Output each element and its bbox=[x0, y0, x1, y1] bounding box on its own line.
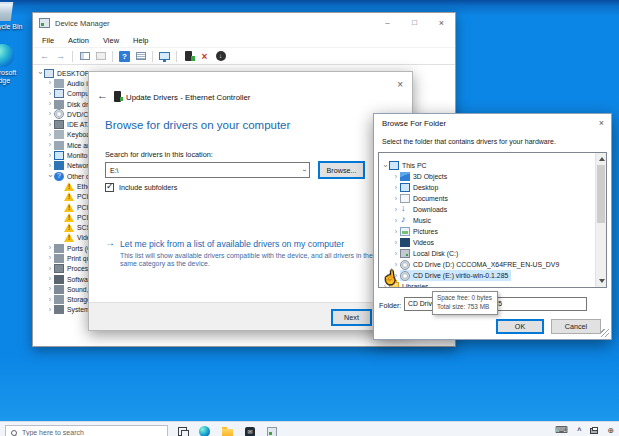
file-explorer-icon[interactable] bbox=[222, 429, 233, 436]
chevron-right-icon[interactable]: › bbox=[46, 285, 54, 293]
menu-file[interactable]: File bbox=[35, 35, 61, 46]
task-view-icon[interactable] bbox=[178, 427, 187, 436]
menu-help[interactable]: Help bbox=[126, 35, 155, 46]
tree-item[interactable]: ›CD Drive (D:) CCCOMA_X64FRE_EN-US_DV9 bbox=[379, 259, 595, 270]
close-icon[interactable]: × bbox=[599, 118, 604, 128]
chevron-right-icon[interactable]: › bbox=[392, 173, 400, 181]
computer-icon bbox=[44, 69, 54, 78]
tree-item[interactable]: ›Libraries bbox=[379, 281, 595, 287]
show-console-tree-icon[interactable] bbox=[78, 50, 91, 63]
scrollbar-thumb[interactable] bbox=[597, 165, 605, 223]
tree-item[interactable]: ›3D Objects bbox=[379, 171, 595, 182]
edge-icon[interactable] bbox=[199, 426, 210, 436]
uninstall-device-icon[interactable]: × bbox=[198, 50, 211, 63]
list-view-icon[interactable] bbox=[134, 50, 147, 63]
tree-item[interactable]: ›Music bbox=[379, 215, 595, 226]
tree-item-label: Local Disk (C:) bbox=[412, 250, 458, 257]
close-icon[interactable]: × bbox=[397, 80, 403, 90]
tree-item-selected[interactable]: ›CD Drive (E:) virtio-win-0.1.285 bbox=[379, 270, 595, 281]
chevron-right-icon[interactable]: › bbox=[46, 131, 54, 139]
include-subfolders-label[interactable]: Include subfolders bbox=[119, 183, 177, 192]
scroll-down-icon[interactable] bbox=[599, 279, 605, 283]
search-input[interactable] bbox=[17, 429, 147, 436]
next-button[interactable]: Next bbox=[331, 309, 372, 326]
chevron-right-icon[interactable]: › bbox=[46, 141, 54, 149]
chevron-right-icon[interactable]: › bbox=[392, 184, 400, 192]
audio-icon bbox=[54, 79, 64, 88]
scan-hardware-icon[interactable] bbox=[158, 50, 171, 63]
maximize-button[interactable]: □ bbox=[401, 13, 428, 32]
chevron-right-icon[interactable]: › bbox=[46, 265, 54, 273]
chevron-right-icon[interactable]: › bbox=[46, 110, 54, 118]
back-icon[interactable]: ← bbox=[97, 89, 108, 101]
include-subfolders-checkbox[interactable]: ✓ bbox=[105, 183, 114, 192]
chevron-right-icon[interactable]: › bbox=[46, 275, 54, 283]
tree-item[interactable]: ›Videos bbox=[379, 237, 595, 248]
hidden-icons-chevron-icon[interactable]: ^ bbox=[577, 427, 581, 434]
chevron-down-icon[interactable]: › bbox=[46, 172, 54, 180]
tree-item[interactable]: ›Downloads bbox=[379, 204, 595, 215]
scroll-up-icon[interactable] bbox=[599, 157, 605, 161]
chevron-right-icon[interactable]: › bbox=[392, 217, 400, 225]
videos-icon bbox=[400, 238, 410, 247]
chevron-down-icon[interactable]: › bbox=[36, 69, 44, 77]
cd-icon bbox=[54, 109, 64, 119]
system-icon bbox=[54, 305, 64, 314]
chevron-right-icon[interactable]: › bbox=[46, 296, 54, 304]
chevron-down-icon[interactable]: › bbox=[381, 162, 389, 170]
cancel-button[interactable]: Cancel bbox=[551, 319, 601, 334]
properties-icon[interactable] bbox=[94, 50, 107, 63]
pictures-icon bbox=[400, 227, 410, 236]
desktop-icon-microsoft-edge[interactable]: Microsoft Edge bbox=[0, 44, 26, 85]
disable-device-icon[interactable]: ↓ bbox=[214, 50, 227, 63]
tree-item[interactable]: ›Desktop bbox=[379, 182, 595, 193]
mail-icon[interactable]: ✉ bbox=[245, 427, 255, 436]
chevron-right-icon[interactable]: › bbox=[46, 244, 54, 252]
tree-item[interactable]: ›Pictures bbox=[379, 226, 595, 237]
chevron-right-icon[interactable]: › bbox=[46, 100, 54, 108]
menu-view[interactable]: View bbox=[96, 35, 126, 46]
chevron-right-icon[interactable]: › bbox=[46, 90, 54, 98]
tree-item[interactable]: ›Documents bbox=[379, 193, 595, 204]
desktop: Recycle Bin Microsoft Edge Device Manage… bbox=[0, 0, 619, 436]
menu-action[interactable]: Action bbox=[61, 35, 96, 46]
chevron-right-icon[interactable]: › bbox=[46, 162, 54, 170]
close-button[interactable]: × bbox=[428, 13, 455, 32]
disk-icon bbox=[54, 100, 64, 109]
chevron-down-icon[interactable]: › bbox=[300, 169, 307, 171]
chevron-right-icon[interactable]: › bbox=[392, 250, 400, 258]
forward-icon[interactable]: → bbox=[54, 50, 67, 63]
chevron-right-icon[interactable]: › bbox=[46, 254, 54, 262]
chevron-right-icon[interactable]: › bbox=[46, 79, 54, 87]
back-icon[interactable]: ← bbox=[38, 50, 51, 63]
chevron-right-icon[interactable]: › bbox=[392, 239, 400, 247]
let-me-pick-link[interactable]: Let me pick from a list of available dri… bbox=[120, 239, 344, 249]
help-icon[interactable]: ? bbox=[118, 50, 131, 63]
chevron-right-icon[interactable]: › bbox=[46, 306, 54, 314]
resize-grip[interactable] bbox=[601, 329, 609, 337]
browse-button[interactable]: Browse... bbox=[318, 161, 365, 179]
location-label: Search for drivers in this location: bbox=[105, 150, 213, 159]
taskbar-search[interactable] bbox=[5, 425, 168, 436]
minimize-button[interactable]: – bbox=[374, 13, 401, 32]
printer-tray-icon[interactable] bbox=[590, 428, 598, 434]
chevron-right-icon[interactable]: › bbox=[46, 152, 54, 160]
touch-keyboard-icon[interactable]: ⌨ bbox=[555, 425, 568, 435]
network-tray-icon[interactable]: ⊕ bbox=[607, 426, 614, 435]
desktop-icon-recycle-bin[interactable]: Recycle Bin bbox=[0, 2, 28, 31]
chevron-right-icon[interactable]: › bbox=[46, 121, 54, 129]
ok-button[interactable]: OK bbox=[496, 319, 544, 334]
chevron-right-icon[interactable]: › bbox=[392, 206, 400, 214]
tree-item[interactable]: ›Local Disk (C:) bbox=[379, 248, 595, 259]
driver-path-combobox[interactable]: E:\ › bbox=[105, 162, 310, 178]
tree-item[interactable]: ›This PC bbox=[379, 160, 595, 171]
device-manager-taskbar-icon[interactable] bbox=[267, 427, 277, 436]
chip-icon bbox=[54, 264, 64, 273]
update-driver-icon[interactable] bbox=[182, 50, 195, 63]
chevron-right-icon[interactable]: › bbox=[392, 261, 400, 269]
tree-item-label: CD Drive (D:) CCCOMA_X64FRE_EN-US_DV9 bbox=[412, 261, 559, 268]
chevron-right-icon[interactable]: › bbox=[392, 228, 400, 236]
scrollbar[interactable] bbox=[595, 153, 606, 287]
chevron-right-icon[interactable]: › bbox=[392, 195, 400, 203]
pick-note: This list will show available drivers co… bbox=[120, 252, 373, 269]
